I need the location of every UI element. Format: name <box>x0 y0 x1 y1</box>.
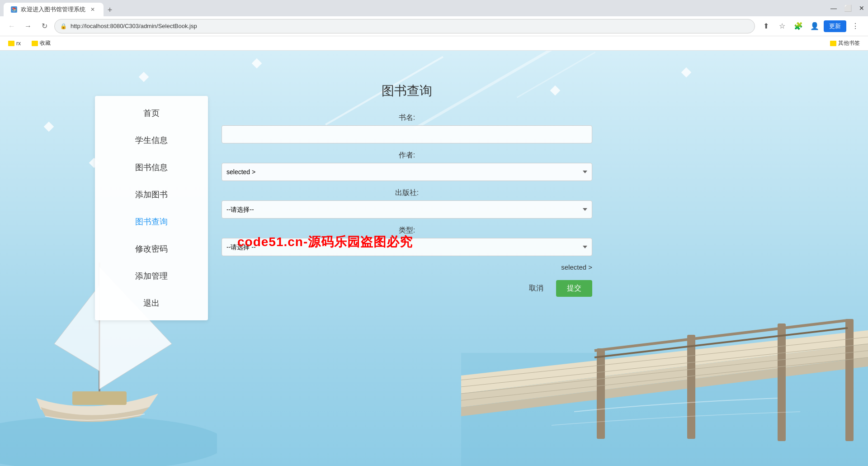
publisher-select[interactable]: --请选择-- <box>222 200 592 219</box>
lock-icon: 🔒 <box>60 23 67 29</box>
reload-button[interactable]: ↻ <box>38 20 51 33</box>
folder-icon <box>8 41 14 46</box>
tab-title: 欢迎进入图书馆管理系统 <box>21 5 85 14</box>
author-label: 作者: <box>222 151 592 160</box>
type-label: 类型: <box>222 226 592 235</box>
publisher-group: 出版社: --请选择-- <box>222 188 592 219</box>
forward-button[interactable]: → <box>22 20 34 33</box>
bookmarks-bar: rx 收藏 其他书签 <box>0 36 868 51</box>
new-tab-button[interactable]: + <box>104 4 116 16</box>
nav-logout[interactable]: 退出 <box>95 290 208 317</box>
back-button[interactable]: ← <box>5 20 18 33</box>
book-name-group: 书名: <box>222 113 592 143</box>
diamond-decoration <box>44 122 54 132</box>
star-icon[interactable]: ☆ <box>775 19 789 33</box>
publisher-label: 出版社: <box>222 188 592 198</box>
extensions-icon[interactable]: 🧩 <box>791 19 806 33</box>
tab-bar: 📚 欢迎进入图书馆管理系统 ✕ + <box>4 0 116 16</box>
update-button[interactable]: 更新 <box>824 20 846 32</box>
nav-student-info[interactable]: 学生信息 <box>95 127 208 154</box>
page-title: 图书查询 <box>222 82 592 100</box>
diamond-decoration <box>139 72 149 82</box>
nav-panel: 首页 学生信息 图书信息 添加图书 图书查询 修改密码 添加管理 退出 <box>95 96 208 320</box>
diamond-decoration <box>252 58 262 69</box>
svg-point-0 <box>0 416 217 466</box>
tab-close-button[interactable]: ✕ <box>89 6 96 13</box>
title-bar: 📚 欢迎进入图书馆管理系统 ✕ + — ⬜ ✕ <box>0 0 868 16</box>
nav-add-book[interactable]: 添加图书 <box>95 181 208 208</box>
profile-icon[interactable]: 👤 <box>807 19 822 33</box>
share-icon[interactable]: ⬆ <box>759 19 773 33</box>
bookmarks-right: 其他书签 <box>827 38 863 48</box>
window-controls: — ⬜ ✕ <box>830 5 864 12</box>
browser-toolbar: ← → ↻ 🔒 http://localhost:8080/C303/admin… <box>0 16 868 36</box>
type-select[interactable]: --请选择 -- <box>222 238 592 256</box>
submit-button[interactable]: 提交 <box>556 280 592 297</box>
author-group: 作者: selected > <box>222 151 592 181</box>
bookmark-collection[interactable]: 收藏 <box>29 38 53 48</box>
menu-icon[interactable]: ⋮ <box>848 19 863 33</box>
svg-rect-2 <box>72 391 127 405</box>
tab-favicon: 📚 <box>11 6 17 13</box>
form-actions: 取消 提交 <box>222 280 592 297</box>
svg-rect-5 <box>687 335 695 439</box>
svg-rect-4 <box>597 348 605 439</box>
svg-rect-7 <box>845 319 854 441</box>
bookmark-others[interactable]: 其他书签 <box>827 38 863 48</box>
form-container: 图书查询 书名: 作者: selected > 出版社: --请选择-- <box>222 82 592 297</box>
bookmark-collection-label: 收藏 <box>40 39 51 47</box>
selected-indicator: selected > <box>222 263 592 271</box>
nav-add-admin[interactable]: 添加管理 <box>95 262 208 290</box>
folder-icon <box>32 41 38 46</box>
bookmark-rx[interactable]: rx <box>5 39 24 48</box>
nav-book-info[interactable]: 图书信息 <box>95 154 208 181</box>
bookmark-rx-label: rx <box>16 40 21 47</box>
active-tab[interactable]: 📚 欢迎进入图书馆管理系统 ✕ <box>4 3 104 16</box>
nav-change-password[interactable]: 修改密码 <box>95 235 208 262</box>
svg-rect-6 <box>778 323 786 441</box>
maximize-button[interactable]: ⬜ <box>844 5 852 12</box>
bookmark-others-label: 其他书签 <box>838 39 860 47</box>
diamond-decoration <box>681 67 692 78</box>
type-group: 类型: --请选择 -- <box>222 226 592 256</box>
page-content: 首页 学生信息 图书信息 添加图书 图书查询 修改密码 添加管理 退出 图书查询… <box>0 51 868 466</box>
toolbar-actions: ⬆ ☆ 🧩 👤 更新 ⋮ <box>759 19 863 33</box>
url-text: http://localhost:8080/C303/admin/SelectB… <box>71 23 197 29</box>
author-select[interactable]: selected > <box>222 163 592 181</box>
folder-icon <box>830 41 836 46</box>
book-name-input[interactable] <box>222 125 592 143</box>
close-button[interactable]: ✕ <box>859 5 864 12</box>
cancel-button[interactable]: 取消 <box>522 280 551 297</box>
nav-home[interactable]: 首页 <box>95 100 208 127</box>
book-name-label: 书名: <box>222 113 592 123</box>
minimize-button[interactable]: — <box>830 5 837 12</box>
address-bar[interactable]: 🔒 http://localhost:8080/C303/admin/Selec… <box>54 19 755 33</box>
nav-book-query[interactable]: 图书查询 <box>95 208 208 235</box>
